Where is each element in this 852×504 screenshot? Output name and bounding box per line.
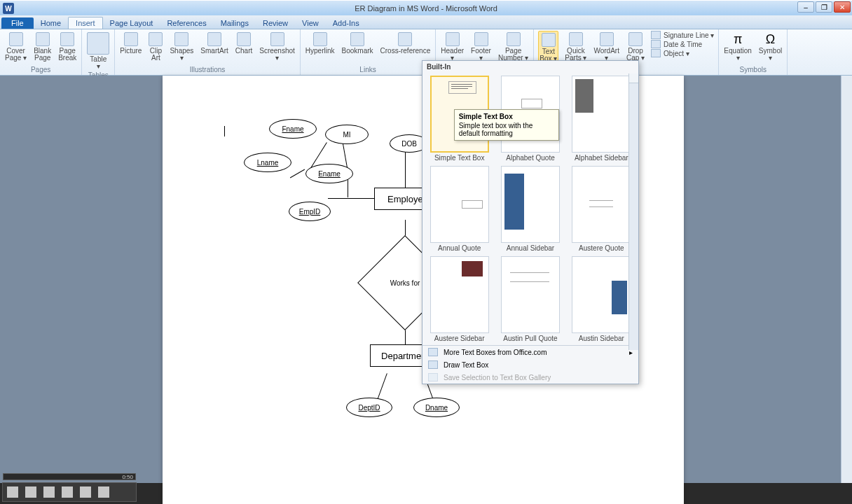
word-icon: W bbox=[3, 3, 14, 14]
thumb-simple-text-box[interactable]: Simple Text Box Simple text box with the… bbox=[428, 76, 490, 162]
play-button[interactable] bbox=[7, 486, 18, 498]
thumb-alphabet-sidebar[interactable]: Alphabet Sidebar bbox=[570, 76, 633, 162]
symbol-button[interactable]: ΩSymbol ▾ bbox=[758, 31, 783, 63]
footer-button[interactable]: Footer ▾ bbox=[470, 31, 492, 63]
save-selection-gallery: Save Selection to Text Box Gallery bbox=[422, 371, 638, 384]
next-button[interactable] bbox=[62, 486, 73, 498]
oval-fname[interactable]: Fname bbox=[269, 119, 317, 139]
picture-button[interactable]: Picture bbox=[119, 31, 142, 56]
media-time: 0:50 bbox=[122, 474, 133, 480]
quick-parts-button[interactable]: Quick Parts ▾ bbox=[564, 31, 587, 63]
group-label-illustrations: Illustrations bbox=[119, 66, 296, 74]
text-box-gallery: Built-In Simple Text Box Simple text box… bbox=[422, 60, 639, 384]
title-bar: W ER Diagram in MS Word - Microsoft Word… bbox=[0, 0, 852, 15]
gallery-scrollbar[interactable] bbox=[628, 74, 638, 350]
signature-line-button[interactable]: Signature Line ▾ bbox=[651, 31, 714, 39]
oval-lname[interactable]: Lname bbox=[244, 153, 291, 172]
chart-button[interactable]: Chart bbox=[235, 31, 253, 56]
group-tables: Table ▾ Tables bbox=[82, 29, 115, 75]
text-cursor bbox=[224, 126, 225, 136]
blank-page-button[interactable]: Blank Page bbox=[33, 31, 52, 63]
page-break-button[interactable]: Page Break bbox=[57, 31, 77, 63]
thumb-annual-sidebar[interactable]: Annual Sidebar bbox=[499, 166, 561, 252]
pause-button[interactable] bbox=[25, 486, 36, 498]
group-links: Hyperlink Bookmark Cross-reference Links bbox=[301, 29, 436, 75]
minimize-button[interactable]: – bbox=[797, 1, 814, 13]
oval-deptid[interactable]: DeptID bbox=[346, 398, 392, 417]
thumb-annual-quote[interactable]: Annual Quote bbox=[428, 166, 490, 252]
window-title: ER Diagram in MS Word - Microsoft Word bbox=[355, 4, 497, 13]
shapes-button[interactable]: Shapes ▾ bbox=[169, 31, 194, 63]
text-box-button[interactable]: Text Box ▾ bbox=[538, 31, 558, 64]
window-buttons: – ❐ ✕ bbox=[797, 1, 851, 13]
tab-mailings[interactable]: Mailings bbox=[214, 18, 256, 29]
close-button[interactable]: ✕ bbox=[834, 1, 851, 13]
header-button[interactable]: Header ▾ bbox=[440, 31, 465, 63]
tab-addins[interactable]: Add-Ins bbox=[326, 18, 366, 29]
gallery-header: Built-In bbox=[422, 61, 638, 73]
document-area: Fname MI Lname Ename EmpID DOB DeptID Dn… bbox=[0, 76, 852, 483]
oval-mi[interactable]: MI bbox=[325, 125, 369, 144]
tooltip-simple-text-box: Simple Text Box Simple text box with the… bbox=[454, 109, 559, 141]
thumb-austere-quote[interactable]: Austere Quote bbox=[570, 166, 633, 252]
ribbon-tabs: File Home Insert Page Layout References … bbox=[0, 15, 852, 29]
object-button[interactable]: Object ▾ bbox=[651, 49, 714, 57]
tab-review[interactable]: Review bbox=[256, 18, 295, 29]
tab-view[interactable]: View bbox=[295, 18, 326, 29]
draw-text-box[interactable]: Draw Text Box bbox=[422, 358, 638, 371]
oval-empid[interactable]: EmpID bbox=[289, 202, 331, 221]
equation-button[interactable]: πEquation ▾ bbox=[723, 31, 752, 63]
vertical-scrollbar[interactable] bbox=[841, 76, 852, 483]
hyperlink-button[interactable]: Hyperlink bbox=[305, 31, 336, 56]
maximize-button[interactable]: ❐ bbox=[816, 1, 832, 13]
drop-cap-button[interactable]: Drop Cap ▾ bbox=[626, 31, 645, 63]
page[interactable]: Fname MI Lname Ename EmpID DOB DeptID Dn… bbox=[163, 76, 684, 504]
oval-ename[interactable]: Ename bbox=[305, 164, 353, 183]
tab-references[interactable]: References bbox=[160, 18, 213, 29]
tab-page-layout[interactable]: Page Layout bbox=[103, 18, 160, 29]
prev-button[interactable] bbox=[43, 486, 55, 498]
group-symbols: πEquation ▾ ΩSymbol ▾ Symbols bbox=[719, 29, 788, 75]
screenshot-button[interactable]: Screenshot ▾ bbox=[259, 31, 296, 63]
tab-file[interactable]: File bbox=[1, 18, 34, 29]
media-controls: 0:50 bbox=[2, 482, 137, 502]
loop-button[interactable] bbox=[80, 486, 91, 498]
group-label-links: Links bbox=[305, 66, 431, 74]
group-pages: Cover Page ▾ Blank Page Page Break Pages bbox=[0, 29, 82, 75]
crossref-button[interactable]: Cross-reference bbox=[380, 31, 432, 56]
thumb-austin-sidebar[interactable]: Austin Sidebar bbox=[570, 256, 633, 342]
cover-page-button[interactable]: Cover Page ▾ bbox=[4, 31, 27, 63]
smartart-button[interactable]: SmartArt bbox=[200, 31, 228, 56]
oval-dname[interactable]: Dname bbox=[413, 398, 460, 417]
wordart-button[interactable]: WordArt ▾ bbox=[593, 31, 620, 63]
table-button[interactable]: Table ▾ bbox=[86, 31, 110, 71]
tab-home[interactable]: Home bbox=[34, 18, 68, 29]
group-illustrations: Picture Clip Art Shapes ▾ SmartArt Chart… bbox=[115, 29, 301, 75]
tab-insert[interactable]: Insert bbox=[68, 17, 103, 29]
media-track[interactable] bbox=[3, 473, 136, 480]
group-label-symbols: Symbols bbox=[723, 66, 783, 74]
thumb-austere-sidebar[interactable]: Austere Sidebar bbox=[428, 256, 490, 342]
clipart-button[interactable]: Clip Art bbox=[148, 31, 163, 63]
more-text-boxes[interactable]: More Text Boxes from Office.com▸ bbox=[422, 346, 638, 358]
page-number-button[interactable]: Page Number ▾ bbox=[497, 31, 529, 63]
thumb-austin-pull-quote[interactable]: Austin Pull Quote bbox=[499, 256, 561, 342]
date-time-button[interactable]: Date & Time bbox=[651, 40, 714, 48]
volume-button[interactable] bbox=[98, 486, 109, 498]
group-label-pages: Pages bbox=[4, 66, 77, 74]
bookmark-button[interactable]: Bookmark bbox=[341, 31, 374, 56]
